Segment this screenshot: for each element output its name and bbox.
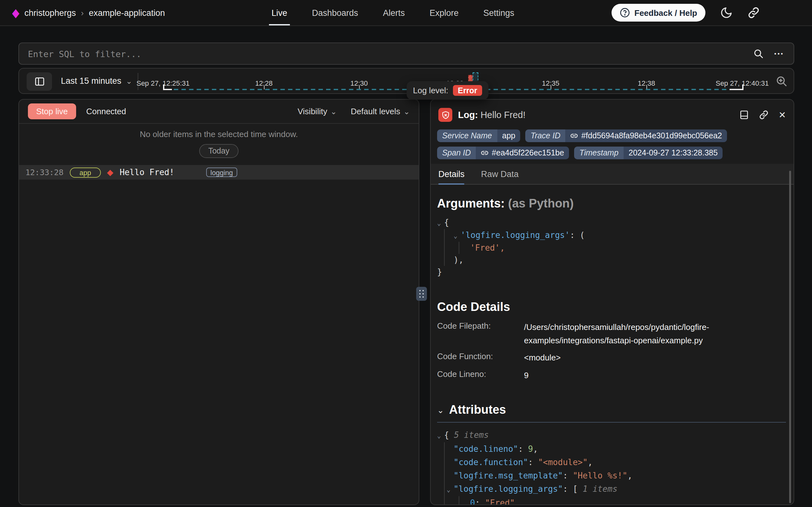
- chevron-down-icon: ⌄: [126, 77, 132, 85]
- range-start-bracket-foot: [163, 89, 172, 90]
- error-diamond-icon: ◆: [107, 168, 113, 176]
- collapse-chevron-icon[interactable]: ⌄: [437, 217, 444, 229]
- chevron-down-icon: ⌄: [403, 108, 410, 115]
- scrollbar-thumb[interactable]: [789, 171, 791, 503]
- tooltip-label: Log level:: [413, 86, 448, 95]
- main-nav: Live Dashboards Alerts Explore Settings: [271, 0, 514, 25]
- nav-tab-live[interactable]: Live: [271, 0, 288, 25]
- log-level-tooltip: Log level: Error: [407, 81, 489, 100]
- span-badges: Service Name app Trace ID #fdd5694a8fa98…: [431, 126, 794, 159]
- breadcrumb-separator-icon: ›: [81, 8, 84, 17]
- question-circle-icon: [620, 8, 630, 18]
- nav-tab-alerts[interactable]: Alerts: [383, 0, 405, 25]
- tab-raw-data[interactable]: Raw Data: [481, 164, 519, 184]
- divider: [437, 422, 786, 422]
- log-detail-panel: Log: Hello Fred! ✕ Service Name app Trac…: [430, 99, 794, 505]
- live-panel-header: Stop live Connected Visibility ⌄ Default…: [19, 100, 419, 124]
- sidebar-toggle-button[interactable]: [27, 72, 52, 91]
- detail-title: Log: Hello Fred!: [458, 110, 525, 120]
- code-filepath-row: Code Filepath: /Users/christophersamiull…: [437, 321, 786, 347]
- log-row-selected[interactable]: 12:33:28 app ◆ Hello Fred! logging: [19, 165, 419, 180]
- tab-details[interactable]: Details: [438, 164, 465, 184]
- attributes-json-code: ⌄{ 5 items "code.lineno": 9, "code.funct…: [437, 428, 786, 505]
- logfire-app: ◆ christophergs › example-application Li…: [0, 0, 812, 507]
- detail-header: Log: Hello Fred! ✕: [431, 103, 794, 126]
- service-badge: app: [70, 167, 101, 177]
- panel-layout-icon[interactable]: [739, 110, 750, 120]
- close-icon[interactable]: ✕: [779, 110, 786, 120]
- zoom-in-icon[interactable]: [775, 75, 788, 88]
- copy-link-icon[interactable]: [759, 110, 769, 120]
- link-icon: [481, 149, 489, 157]
- nav-tab-settings[interactable]: Settings: [483, 0, 514, 25]
- nav-tab-explore[interactable]: Explore: [430, 0, 459, 25]
- nav-tab-dashboards[interactable]: Dashboards: [312, 0, 359, 25]
- service-name-badge[interactable]: Service Name app: [437, 129, 520, 142]
- panel-resize-handle[interactable]: [416, 287, 427, 301]
- collapse-chevron-icon[interactable]: ⌄: [447, 483, 453, 496]
- logfire-logo-diamond-icon: ◆: [12, 6, 19, 20]
- code-lineno-row: Code Lineno: 9: [437, 369, 786, 382]
- breadcrumb: ◆ christophergs › example-application: [0, 7, 165, 18]
- time-range-selector[interactable]: Last 15 minutes ⌄: [61, 68, 132, 93]
- arguments-heading: Arguments: (as Python): [437, 197, 786, 211]
- more-options-icon[interactable]: •••: [774, 50, 784, 57]
- error-level-badge: Error: [453, 85, 482, 96]
- trace-id-badge[interactable]: Trace ID #fdd5694a8fa98eb4e301d99ebc056e…: [525, 129, 727, 142]
- attributes-heading: ⌄ Attributes: [437, 403, 786, 417]
- detail-content: Arguments: (as Python) ⌄{ ⌄'logfire.logg…: [431, 197, 794, 505]
- live-logs-panel: Stop live Connected Visibility ⌄ Default…: [18, 99, 419, 505]
- range-end-bracket-foot: [730, 89, 744, 90]
- top-header: ◆ christophergs › example-application Li…: [0, 0, 812, 26]
- time-range-bar: Last 15 minutes ⌄ Sep 27, 12:25:31 12:28…: [18, 68, 794, 94]
- arguments-python-code: ⌄{ ⌄'logfire.logging_args': ( 'Fred', ),…: [437, 216, 786, 278]
- dark-mode-moon-icon[interactable]: [720, 6, 733, 19]
- today-button[interactable]: Today: [199, 144, 239, 158]
- header-actions: Feedback / Help: [612, 0, 794, 25]
- code-function-row: Code Function: <module>: [437, 351, 786, 364]
- connection-status: Connected: [86, 107, 126, 116]
- log-message: Hello Fred!: [120, 168, 174, 177]
- timestamp-badge[interactable]: Timestamp 2024-09-27 12:33:28.385: [574, 147, 723, 159]
- sql-filter-bar: •••: [18, 43, 794, 65]
- log-timestamp: 12:33:28: [25, 168, 63, 177]
- link-icon: [571, 132, 578, 139]
- visibility-dropdown[interactable]: Visibility ⌄: [298, 107, 337, 116]
- stop-live-button[interactable]: Stop live: [28, 103, 76, 119]
- search-icon[interactable]: [753, 48, 763, 59]
- user-avatar[interactable]: [774, 3, 794, 22]
- logging-tag-badge: logging: [206, 168, 237, 177]
- empty-window-message: No older items in the selected time wind…: [19, 129, 419, 139]
- breadcrumb-org[interactable]: christophergs: [24, 8, 76, 17]
- code-details-heading: Code Details: [437, 300, 786, 314]
- default-levels-dropdown[interactable]: Default levels ⌄: [351, 107, 410, 116]
- collapse-chevron-icon[interactable]: ⌄: [453, 230, 460, 242]
- sql-filter-input[interactable]: [19, 49, 753, 59]
- error-shield-icon: [438, 108, 452, 122]
- share-link-icon[interactable]: [747, 6, 760, 19]
- chevron-down-icon: ⌄: [330, 108, 337, 115]
- collapse-chevron-icon[interactable]: ⌄: [437, 405, 444, 415]
- detail-tabs: Details Raw Data: [431, 164, 794, 185]
- feedback-help-button[interactable]: Feedback / Help: [612, 4, 705, 21]
- span-id-badge[interactable]: Span ID #ea4d5f226ec151be: [437, 147, 569, 159]
- collapse-chevron-icon[interactable]: ⌄: [437, 429, 444, 442]
- breadcrumb-project[interactable]: example-application: [89, 8, 165, 17]
